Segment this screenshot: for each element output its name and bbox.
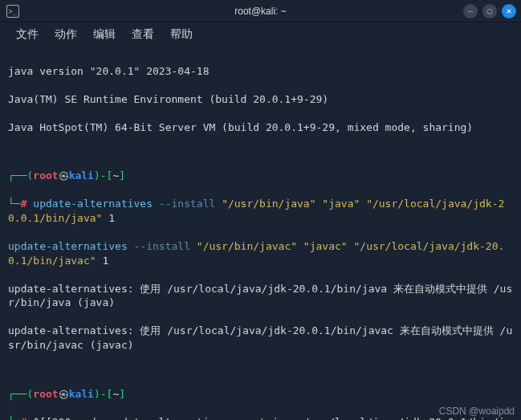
output-alt-2: update-alternatives: 使用 /usr/local/java/… <box>8 324 513 352</box>
output-java-version: java version "20.0.1" 2023-04-18 <box>8 64 513 79</box>
output-alt-1: update-alternatives: 使用 /usr/local/java/… <box>8 282 513 310</box>
window-controls: – ○ ✕ <box>463 4 516 18</box>
command-2: update-alternatives --install "/usr/bin/… <box>8 239 513 267</box>
window-title: root@kali: ~ <box>234 6 287 17</box>
output-java-runtime: Java(TM) SE Runtime Environment (build 2… <box>8 92 513 107</box>
menu-help[interactable]: 帮助 <box>162 24 201 45</box>
prompt-2: ┌──(root㉿kali)-[~] <box>8 387 513 402</box>
menubar: 文件 动作 编辑 查看 帮助 <box>0 22 521 47</box>
command-3: └─# ^[[200~sudo update-alternatives --se… <box>8 415 513 420</box>
menu-file[interactable]: 文件 <box>8 24 47 45</box>
menu-view[interactable]: 查看 <box>124 24 162 45</box>
command-1: └─# update-alternatives --install "/usr/… <box>8 197 513 225</box>
menu-edit[interactable]: 编辑 <box>85 24 124 45</box>
titlebar: >_ root@kali: ~ – ○ ✕ <box>0 0 521 22</box>
minimize-button[interactable]: – <box>463 4 478 18</box>
close-button[interactable]: ✕ <box>502 4 516 18</box>
maximize-button[interactable]: ○ <box>482 4 497 18</box>
terminal-content[interactable]: java version "20.0.1" 2023-04-18 Java(TM… <box>0 47 521 420</box>
terminal-icon: >_ <box>6 5 19 18</box>
output-java-hotspot: Java HotSpot(TM) 64-Bit Server VM (build… <box>8 120 513 135</box>
watermark: CSDN @woaipdd <box>439 406 515 417</box>
prompt-1: ┌──(root㉿kali)-[~] <box>8 169 513 183</box>
menu-action[interactable]: 动作 <box>47 24 85 45</box>
